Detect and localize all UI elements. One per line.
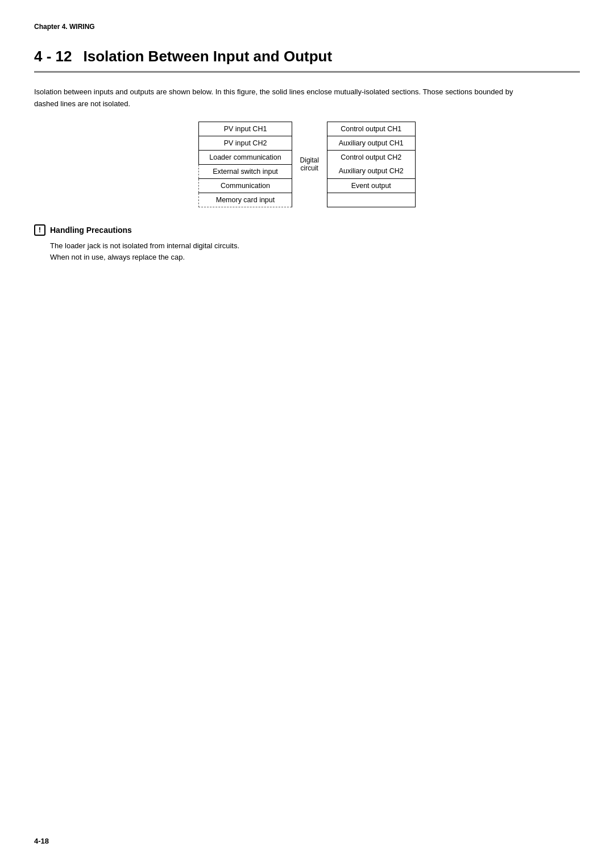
left-cell-loader: Loader communication bbox=[199, 150, 292, 164]
page-footer: 4-18 bbox=[34, 837, 49, 845]
info-icon: ! bbox=[34, 224, 45, 236]
left-cell-pv1: PV input CH1 bbox=[199, 122, 292, 136]
left-cell-memory: Memory card input bbox=[199, 193, 292, 207]
section-title-text: Isolation Between Input and Output bbox=[84, 48, 333, 65]
isolation-diagram: PV input CH1 Digital circuit Control out… bbox=[34, 122, 580, 207]
right-cell-event: Event output bbox=[327, 178, 415, 193]
handling-section: ! Handling Precautions The loader jack i… bbox=[34, 224, 580, 264]
diagram-table: PV input CH1 Digital circuit Control out… bbox=[198, 122, 415, 207]
middle-cell: Digital circuit bbox=[292, 122, 327, 207]
right-cell-aux1: Auxiliary output CH1 bbox=[327, 136, 415, 150]
left-cell-pv2: PV input CH2 bbox=[199, 136, 292, 150]
right-cell-ctrl1: Control output CH1 bbox=[327, 122, 415, 136]
left-cell-ext-switch: External switch input bbox=[199, 164, 292, 178]
right-empty bbox=[327, 193, 415, 207]
handling-body: The loader jack is not isolated from int… bbox=[50, 240, 580, 264]
left-cell-comm: Communication bbox=[199, 178, 292, 193]
section-number: 4 - 12 bbox=[34, 48, 72, 65]
right-cell-ctrl2: Control output CH2 bbox=[327, 150, 415, 164]
section-title: 4 - 12Isolation Between Input and Output bbox=[34, 48, 580, 73]
right-cell-aux2: Auxiliary output CH2 bbox=[327, 164, 415, 178]
handling-line1: The loader jack is not isolated from int… bbox=[50, 240, 580, 252]
handling-title: ! Handling Precautions bbox=[34, 224, 580, 236]
chapter-header: Chapter 4. WIRING bbox=[34, 23, 580, 31]
intro-paragraph: Isolation between inputs and outputs are… bbox=[34, 86, 523, 110]
handling-title-text: Handling Precautions bbox=[50, 226, 132, 235]
handling-line2: When not in use, always replace the cap. bbox=[50, 252, 580, 264]
